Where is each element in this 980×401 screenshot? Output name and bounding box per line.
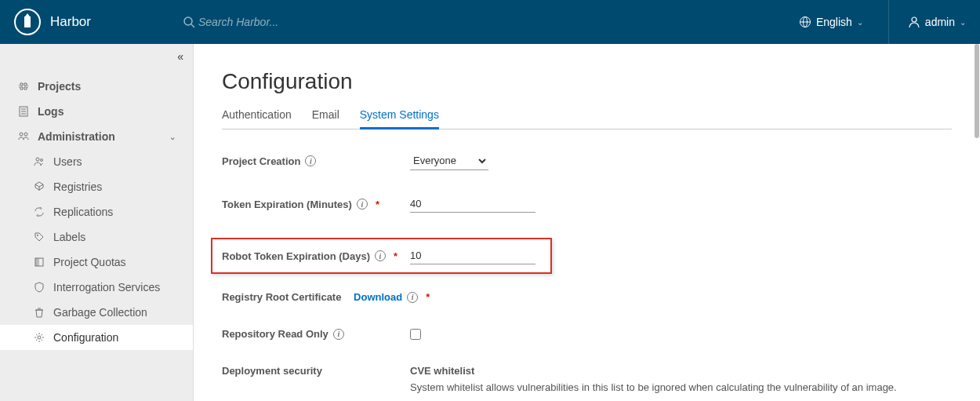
replications-icon — [33, 206, 45, 217]
info-icon[interactable]: i — [305, 155, 316, 166]
sidebar-item-projects[interactable]: Projects — [0, 74, 193, 99]
label-deployment-security: Deployment security — [222, 365, 322, 377]
sidebar-label: Users — [53, 155, 82, 168]
topbar-right: English ⌄ admin ⌄ — [785, 0, 980, 44]
robot-token-highlight: Robot Token Expiration (Days) i * — [211, 238, 552, 274]
sidebar-label: Logs — [38, 105, 64, 118]
sidebar-label: Labels — [53, 231, 85, 243]
search-icon — [183, 16, 195, 28]
user-icon — [908, 16, 920, 28]
user-label: admin — [925, 16, 955, 28]
svg-point-13 — [41, 159, 43, 162]
svg-point-0 — [184, 17, 192, 25]
language-selector[interactable]: English ⌄ — [799, 16, 863, 28]
label-token-expiration: Token Expiration (Minutes) — [222, 199, 352, 210]
info-icon[interactable]: i — [357, 199, 368, 210]
sidebar-label: Projects — [38, 80, 81, 93]
logs-icon — [17, 106, 30, 117]
svg-rect-16 — [35, 258, 39, 266]
sidebar-label: Garbage Collection — [53, 306, 147, 319]
tab-email[interactable]: Email — [312, 108, 339, 129]
svg-point-5 — [912, 17, 916, 22]
checkbox-read-only[interactable] — [410, 329, 421, 340]
sidebar-label: Interrogation Services — [53, 281, 160, 293]
tab-authentication[interactable]: Authentication — [222, 108, 292, 129]
sidebar-item-interrogation[interactable]: Interrogation Services — [0, 275, 193, 300]
page-title: Configuration — [222, 69, 952, 94]
trash-icon — [33, 307, 45, 318]
global-search[interactable] — [163, 16, 785, 28]
sidebar-label: Project Quotas — [53, 256, 126, 268]
label-robot-token: Robot Token Expiration (Days) — [222, 250, 370, 262]
scrollbar[interactable] — [975, 44, 979, 138]
row-deployment-security: Deployment security CVE whitelist System… — [222, 365, 952, 393]
svg-line-1 — [191, 24, 194, 27]
search-input[interactable] — [198, 16, 394, 28]
administration-icon — [17, 131, 30, 142]
sidebar-item-garbage[interactable]: Garbage Collection — [0, 300, 193, 325]
sidebar-label: Registries — [53, 180, 102, 193]
input-token-expiration[interactable] — [410, 195, 535, 213]
svg-point-11 — [24, 133, 27, 136]
sidebar-label: Administration — [38, 130, 115, 143]
projects-icon — [17, 81, 30, 92]
info-icon[interactable]: i — [375, 250, 386, 261]
brand-name: Harbor — [50, 14, 91, 30]
brand-block: Harbor — [14, 9, 163, 35]
main-content: Configuration Authentication Email Syste… — [193, 44, 980, 401]
info-icon[interactable]: i — [333, 329, 344, 340]
sidebar-item-configuration[interactable]: Configuration — [0, 325, 193, 350]
globe-icon — [799, 16, 811, 28]
required-asterisk: * — [394, 250, 397, 262]
svg-point-14 — [37, 235, 38, 236]
svg-point-12 — [36, 158, 39, 161]
label-root-certificate: Registry Root Certificate — [222, 291, 341, 303]
label-read-only: Repository Read Only — [222, 328, 328, 340]
select-project-creation[interactable]: Everyone — [410, 151, 488, 170]
collapse-sidebar-button[interactable]: « — [177, 50, 183, 63]
input-robot-token[interactable] — [410, 247, 535, 264]
info-icon[interactable]: i — [407, 292, 418, 303]
sidebar-item-project-quotas[interactable]: Project Quotas — [0, 250, 193, 275]
label-project-creation: Project Creation — [222, 155, 300, 167]
sidebar-item-registries[interactable]: Registries — [0, 174, 193, 199]
gear-icon — [33, 332, 45, 343]
download-link[interactable]: Download — [354, 291, 402, 303]
tab-system-settings[interactable]: System Settings — [360, 108, 439, 129]
shield-icon — [33, 282, 45, 293]
quotas-icon — [33, 257, 45, 268]
required-asterisk: * — [426, 291, 430, 303]
row-read-only: Repository Read Only i — [222, 328, 952, 340]
chevron-down-icon: ⌄ — [960, 18, 966, 27]
cve-whitelist-help: System whitelist allows vulnerabilities … — [410, 381, 897, 393]
sidebar-item-logs[interactable]: Logs — [0, 99, 193, 124]
sidebar: « Projects Logs Administration — [0, 44, 193, 401]
tabs: Authentication Email System Settings — [222, 108, 952, 129]
chevron-down-icon: ⌄ — [169, 133, 176, 141]
svg-point-10 — [20, 133, 23, 136]
sidebar-item-users[interactable]: Users — [0, 149, 193, 174]
labels-icon — [33, 231, 45, 242]
svg-point-17 — [38, 336, 41, 339]
sidebar-item-administration[interactable]: Administration ⌄ — [0, 124, 193, 149]
topbar: Harbor English ⌄ admin ⌄ — [0, 0, 980, 44]
row-project-creation: Project Creation i Everyone — [222, 151, 952, 170]
required-asterisk: * — [376, 199, 379, 210]
user-menu[interactable]: admin ⌄ — [888, 0, 966, 44]
sidebar-label: Configuration — [53, 331, 118, 344]
sidebar-label: Replications — [53, 206, 113, 218]
registries-icon — [33, 181, 45, 192]
row-root-certificate: Registry Root Certificate Download i * — [222, 291, 952, 303]
chevron-down-icon: ⌄ — [857, 18, 863, 27]
sidebar-item-labels[interactable]: Labels — [0, 224, 193, 250]
users-icon — [33, 156, 45, 167]
language-label: English — [816, 16, 852, 28]
row-token-expiration: Token Expiration (Minutes) i * — [222, 195, 952, 213]
cve-whitelist-heading: CVE whitelist — [410, 365, 897, 377]
sidebar-item-replications[interactable]: Replications — [0, 199, 193, 224]
harbor-logo-icon — [14, 9, 41, 35]
row-robot-token: Robot Token Expiration (Days) i * — [222, 247, 541, 264]
